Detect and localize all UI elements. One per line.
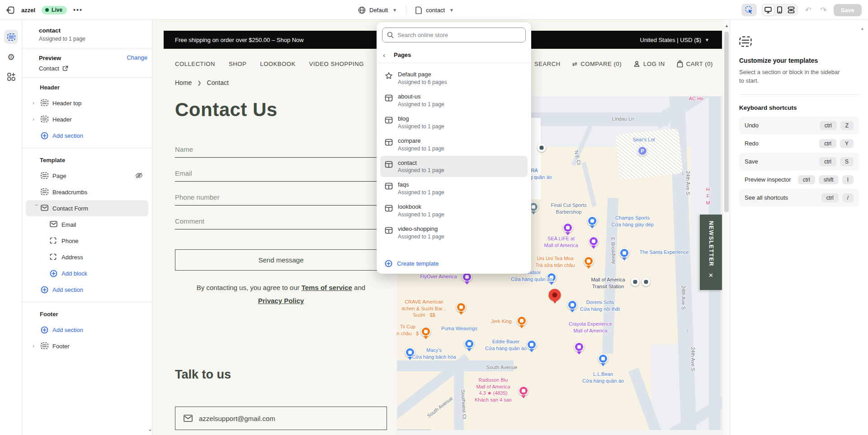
- section-row[interactable]: ›: [22, 302, 152, 302]
- app-embeds-button[interactable]: [4, 70, 18, 84]
- nav-link[interactable]: LOOKBOOK: [260, 61, 296, 67]
- map-poi-label[interactable]: CRAVE Americanitchen & Sushi Bar...Sushi…: [401, 299, 446, 318]
- nav-link[interactable]: SHOP: [229, 61, 246, 67]
- map-pin[interactable]: [631, 278, 640, 286]
- save-button[interactable]: Save: [834, 4, 862, 16]
- nav-link[interactable]: VIDEO SHOPPING: [309, 61, 364, 67]
- more-actions-button[interactable]: •••: [73, 6, 83, 14]
- form-field[interactable]: Phone number: [175, 182, 387, 206]
- map-pin[interactable]: [464, 339, 474, 349]
- terms-of-service-link[interactable]: Tems of service: [302, 284, 352, 291]
- map-pin[interactable]: [589, 236, 599, 246]
- map-poi-label[interactable]: Macy'sCửa hàng bách hóa: [412, 347, 456, 360]
- form-field[interactable]: Comment: [175, 206, 387, 229]
- map-poi-label[interactable]: Tii Cupn châu · $: [397, 323, 419, 337]
- map-pin[interactable]: [598, 354, 608, 364]
- page-selector[interactable]: contact: [426, 7, 445, 14]
- chevron-right-icon[interactable]: ›: [33, 100, 41, 106]
- theme-selector[interactable]: Default: [369, 7, 388, 14]
- fullscreen-view-button[interactable]: [785, 5, 797, 15]
- form-field[interactable]: Name: [175, 134, 387, 158]
- map-pin[interactable]: [421, 327, 431, 337]
- map-pin[interactable]: [563, 223, 573, 233]
- newsletter-tab[interactable]: NEWSLETTER ✕: [700, 215, 722, 290]
- map-pin[interactable]: [517, 316, 527, 326]
- map-pin[interactable]: [538, 144, 546, 152]
- search-link[interactable]: SEARCH: [534, 61, 561, 67]
- search-input[interactable]: [397, 32, 521, 38]
- exit-editor-icon[interactable]: [6, 6, 15, 14]
- section-row[interactable]: › Page: [26, 168, 148, 184]
- chevron-right-icon[interactable]: ›: [33, 116, 41, 122]
- back-chevron-icon[interactable]: ‹: [383, 51, 388, 59]
- section-row[interactable]: › Contact Form: [26, 200, 148, 216]
- map-pin[interactable]: [456, 302, 466, 312]
- map-pin[interactable]: P: [637, 146, 647, 156]
- section-row[interactable]: › Address: [26, 249, 148, 265]
- map-poi-label[interactable]: Eddie BauerCửa hàng quần áo: [485, 338, 527, 351]
- map-destination-pin[interactable]: [549, 289, 561, 301]
- map-pin[interactable]: [527, 340, 537, 350]
- section-row[interactable]: ›: [22, 148, 152, 148]
- chevron-right-icon[interactable]: ›: [33, 204, 40, 212]
- map-poi-label[interactable]: Doremi SofaCửa hàng nội thất: [580, 299, 620, 312]
- create-template-button[interactable]: Create template: [377, 254, 531, 274]
- map-poi-label[interactable]: Uni Uni Tea MoaTrà sữa trân châu: [535, 255, 575, 268]
- map-pin[interactable]: [642, 278, 651, 286]
- preview-scrollbar[interactable]: ▲: [722, 20, 730, 435]
- map-poi-label[interactable]: Radisson BluMall of America4.3 ★ (4835)K…: [475, 377, 512, 403]
- send-message-button[interactable]: Send message: [175, 249, 387, 271]
- section-row[interactable]: › Breadcrumbs: [26, 184, 148, 200]
- section-row[interactable]: › Add section: [26, 281, 148, 298]
- map-poi-label[interactable]: AC Ho: [689, 96, 703, 102]
- sections-tab-button[interactable]: [4, 30, 18, 44]
- close-icon[interactable]: ✕: [708, 272, 713, 279]
- map-poi-label[interactable]: Crayola ExperienceMall of America: [569, 321, 612, 334]
- map-poi-label[interactable]: Mall of AmericaTransit Station: [591, 276, 625, 290]
- support-email-field[interactable]: azzelsupport@gmail.com: [175, 407, 387, 430]
- map-poi-label[interactable]: F: [707, 193, 710, 200]
- section-row[interactable]: › Add section: [26, 322, 148, 338]
- map-poi-label[interactable]: L.L.BeanCửa hàng quần áo: [582, 371, 624, 384]
- section-row[interactable]: › Header top: [26, 95, 148, 111]
- section-row[interactable]: › Template: [26, 152, 148, 168]
- template-item[interactable]: Default page Assigned to 6 pages: [380, 67, 528, 89]
- template-item[interactable]: faqs Assigned to 1 page: [380, 178, 528, 199]
- announcement-text[interactable]: Free shipping on order over $250.00 – Sh…: [175, 37, 304, 43]
- template-item[interactable]: compare Assigned to 1 page: [380, 134, 528, 155]
- map-poi-label[interactable]: H: [706, 186, 710, 193]
- map-poi-label[interactable]: Sear's Lot: [632, 136, 655, 143]
- breadcrumb-home[interactable]: Home: [175, 79, 192, 86]
- section-row[interactable]: › Header: [26, 111, 148, 127]
- map-poi-label[interactable]: FlyOver America: [420, 273, 457, 280]
- desktop-view-button[interactable]: [763, 5, 774, 15]
- section-row[interactable]: › Phone: [26, 233, 148, 249]
- map-pin[interactable]: [574, 342, 584, 352]
- map-poi-label[interactable]: Jerk King: [491, 318, 512, 325]
- template-item[interactable]: lookbook Assigned to 1 page: [380, 200, 528, 221]
- section-row[interactable]: › Add section: [26, 127, 148, 144]
- template-item[interactable]: video-shopping Assigned to 1 page: [380, 222, 528, 243]
- scrollbar-thumb[interactable]: [724, 32, 729, 212]
- redo-button[interactable]: ↷: [818, 5, 829, 15]
- map-pin[interactable]: [584, 256, 594, 266]
- privac-policy-link[interactable]: Privacy Policy: [258, 297, 304, 304]
- section-row[interactable]: › Footer: [26, 338, 148, 354]
- preview-inspector-button[interactable]: [741, 4, 757, 16]
- map-pin[interactable]: [587, 216, 597, 226]
- form-field[interactable]: Email: [175, 158, 387, 182]
- scroll-up-icon[interactable]: ▲: [725, 23, 729, 28]
- undo-button[interactable]: ↶: [803, 5, 814, 15]
- template-item[interactable]: about-us Assigned to 1 page: [380, 89, 528, 111]
- map-pin[interactable]: [619, 248, 629, 258]
- map-pin[interactable]: [567, 300, 577, 310]
- map-poi-label[interactable]: Puma Weavings: [441, 325, 477, 332]
- map-poi-label[interactable]: Final Cut SportsBarbershop: [551, 202, 587, 215]
- section-row[interactable]: › Email: [26, 216, 148, 233]
- template-item[interactable]: contact Assigned to 1 page: [380, 156, 528, 178]
- nav-link[interactable]: COLLECTION: [175, 61, 215, 67]
- map-pin[interactable]: [519, 386, 528, 396]
- theme-settings-button[interactable]: ⚙: [4, 50, 18, 64]
- search-box[interactable]: [382, 28, 526, 42]
- scroll-up-icon[interactable]: ▲: [860, 26, 864, 31]
